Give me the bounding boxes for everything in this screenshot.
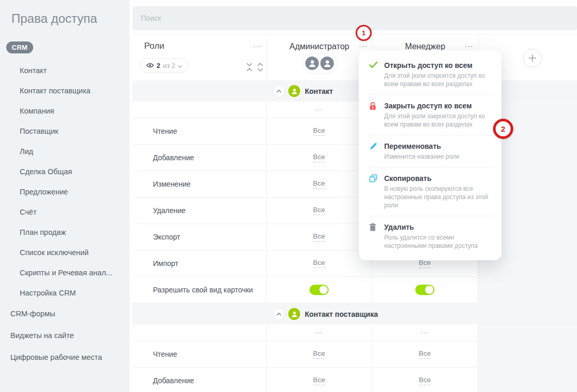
sidebar-item-kontakt[interactable]: Контакт <box>0 60 130 80</box>
contact-entity-icon <box>288 85 300 97</box>
menu-item-description: Роль удалится со всеми настроенными прав… <box>384 233 493 250</box>
sidebar-item-plan-prodazh[interactable]: План продаж <box>0 222 130 242</box>
menu-item-title: Открыть доступ ко всем <box>384 61 493 70</box>
sidebar: Права доступа CRM Контакт Контакт постав… <box>0 0 130 392</box>
crm-section-badge[interactable]: CRM <box>6 41 33 53</box>
permission-value-link[interactable]: Все <box>313 259 325 268</box>
card-view-toggle-on[interactable] <box>415 285 434 295</box>
check-icon <box>369 61 378 88</box>
permission-value-link[interactable]: Все <box>313 127 325 136</box>
menu-divider <box>369 94 493 95</box>
sidebar-item-vidzhety[interactable]: Виджеты на сайте <box>0 325 130 346</box>
permission-value-link[interactable]: Все <box>313 376 325 385</box>
permission-label: Удаление <box>132 198 266 223</box>
menu-item-title: Скопировать <box>384 174 493 183</box>
annotation-circle-1: 1 <box>356 25 372 41</box>
permission-value-link[interactable]: Все <box>313 179 325 189</box>
permission-value-link[interactable]: Все <box>313 349 325 359</box>
sidebar-item-skripty[interactable]: Скрипты и Речевая анал... <box>0 262 130 283</box>
sidebar-item-nastroyka-crm[interactable]: Настройка CRM <box>0 283 130 303</box>
roles-column-title: Роли <box>144 41 164 51</box>
menu-divider <box>369 167 493 167</box>
administrator-members[interactable] <box>302 53 337 74</box>
role-context-menu: Открыть доступ ко всем Для этой роли отк… <box>359 50 501 260</box>
menu-item-delete[interactable]: Удалить Роль удалится со всеми настроенн… <box>359 218 501 255</box>
section-title: Контакт поставщика <box>305 310 378 318</box>
roles-total-count: из 2 <box>163 62 175 69</box>
sidebar-item-sdelka[interactable]: Сделка Общая <box>0 161 130 181</box>
sidebar-item-predlozhenie[interactable]: Предложение <box>0 181 130 202</box>
lock-icon <box>369 102 378 129</box>
roles-filter-chip[interactable]: 2 из 2 <box>140 58 189 73</box>
sidebar-item-schet[interactable]: Счёт <box>0 202 130 222</box>
permission-value-link[interactable]: Все <box>419 349 431 359</box>
sidebar-item-kontakt-postavshchika[interactable]: Контакт поставщика <box>0 80 130 101</box>
user-avatar <box>319 55 335 71</box>
permission-label: Разрешить свой вид карточки <box>132 277 266 303</box>
sidebar-item-kompaniya[interactable]: Компания <box>0 101 130 121</box>
trash-icon <box>369 223 378 250</box>
search-input[interactable] <box>133 6 577 30</box>
column-divider <box>266 34 267 80</box>
menu-divider <box>369 135 493 135</box>
table-row: Чтение Все Все <box>132 341 478 368</box>
sidebar-item-postavshchik[interactable]: Поставщик <box>0 121 130 141</box>
eye-icon <box>146 61 154 70</box>
menu-divider <box>369 216 493 216</box>
admin-column-more-icon[interactable]: ··· <box>266 102 372 118</box>
section-header-kontakt: Контакт <box>132 80 577 102</box>
roles-visible-count: 2 <box>157 62 160 69</box>
table-header-band <box>132 34 577 80</box>
user-avatar <box>304 55 320 71</box>
admin-column-more-icon[interactable]: ··· <box>266 325 372 341</box>
permission-value-link[interactable]: Все <box>419 376 431 385</box>
permission-label: Чтение <box>132 341 266 367</box>
manager-column-more-icon[interactable]: ··· <box>372 325 478 341</box>
permission-label: Импорт <box>132 250 266 276</box>
menu-item-title: Переименовать <box>384 142 493 151</box>
permission-label: Добавление <box>132 145 266 171</box>
search-bar <box>133 6 577 30</box>
sidebar-item-lid[interactable]: Лид <box>0 141 130 161</box>
menu-item-description: В новую роль скопируются все настроенные… <box>384 185 493 209</box>
annotation-circle-2: 2 <box>493 119 513 139</box>
menu-item-rename[interactable]: Переименовать Изменится название роли <box>359 137 501 165</box>
copy-icon <box>369 174 378 209</box>
sidebar-nav: Контакт Контакт поставщика Компания Пост… <box>0 60 130 368</box>
pencil-icon <box>369 142 378 161</box>
menu-item-description: Для этой роли откроется доступ ко всем п… <box>384 72 493 88</box>
menu-item-close-access[interactable]: Закрыть доступ ко всем Для этой роли зак… <box>359 96 501 133</box>
permission-value-link[interactable]: Все <box>313 153 325 162</box>
menu-item-title: Удалить <box>384 222 493 232</box>
column-actions-row: ··· ··· <box>132 325 478 341</box>
sidebar-item-crm-formy[interactable]: CRM-формы <box>0 303 130 325</box>
collapse-section-icon[interactable] <box>273 85 285 97</box>
menu-item-description: Изменится название роли <box>384 152 493 161</box>
section-title: Контакт <box>305 87 333 95</box>
permission-label: Экспорт <box>132 224 266 250</box>
roles-more-icon[interactable]: ··· <box>251 43 264 50</box>
permission-value-link[interactable]: Все <box>313 232 325 242</box>
add-role-button[interactable] <box>523 49 542 67</box>
permission-value-link[interactable]: Все <box>313 206 325 215</box>
collapse-all-icon[interactable] <box>246 63 254 72</box>
sidebar-item-spisok-isklyucheniy[interactable]: Список исключений <box>0 242 130 262</box>
section-header-kontakt-postavshchika: Контакт поставщика <box>132 303 577 325</box>
administrator-more-icon[interactable]: ··· <box>357 43 370 50</box>
menu-item-copy[interactable]: Скопировать В новую роль скопируются все… <box>359 169 501 214</box>
permission-label: Изменение <box>132 171 266 197</box>
sidebar-item-tsifrovye-mesta[interactable]: Цифровые рабочие места <box>0 346 130 368</box>
access-rights-page: Права доступа CRM Контакт Контакт постав… <box>0 0 577 392</box>
contact-entity-icon <box>288 308 300 320</box>
collapse-section-icon[interactable] <box>273 308 285 320</box>
expand-all-icon[interactable] <box>257 63 265 72</box>
manager-more-icon[interactable]: ··· <box>462 43 476 50</box>
page-title: Права доступа <box>11 11 97 26</box>
chevron-down-icon <box>178 61 182 70</box>
menu-item-title: Закрыть доступ ко всем <box>384 101 493 110</box>
menu-item-open-access[interactable]: Открыть доступ ко всем Для этой роли отк… <box>359 56 501 93</box>
table-row: Добавление Все Все <box>132 368 478 392</box>
card-view-toggle-on[interactable] <box>309 285 329 295</box>
menu-item-description: Для этой роли закроется доступ ко всем п… <box>384 112 493 129</box>
permission-label: Добавление <box>132 368 266 392</box>
